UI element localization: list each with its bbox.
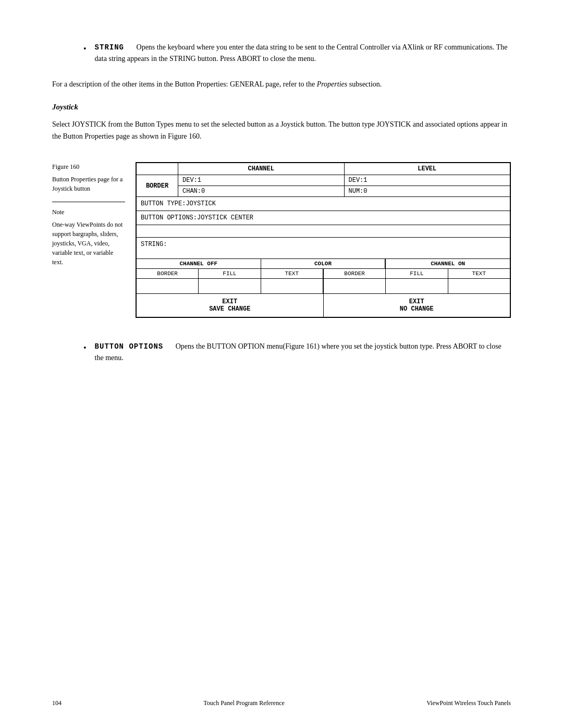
color-on-header: CHANNEL ON: [386, 259, 510, 268]
val-border-on: [324, 279, 386, 293]
string-row: STRING:: [137, 238, 510, 259]
exit-no-line2: NO CHANGE: [326, 305, 508, 313]
page-footer: 104 Touch Panel Program Reference ViewPo…: [52, 699, 511, 707]
color-sub-header-row: BORDER FILL TEXT BORDER FILL TEXT: [137, 269, 510, 279]
val-fill-on: [386, 279, 448, 293]
exit-save-cell[interactable]: EXIT SAVE CHANGE: [137, 294, 324, 317]
col-border-on: BORDER: [324, 269, 386, 278]
channel-dev-value: DEV:1: [178, 175, 344, 186]
figure-area: Figure 160 Button Properties page for a …: [52, 162, 511, 318]
ui-panel: CHANNEL LEVEL BORDER DEV:1 CHAN:0 DEV:1 …: [136, 162, 511, 318]
para-properties: For a description of the other items in …: [52, 79, 511, 90]
exit-no-line1: EXIT: [326, 298, 508, 305]
exit-row: EXIT SAVE CHANGE EXIT NO CHANGE: [137, 294, 510, 317]
level-num-value: NUM:0: [345, 186, 510, 196]
channel-dev-col: DEV:1 CHAN:0: [178, 175, 345, 196]
footer-center: Touch Panel Program Reference: [203, 699, 284, 707]
exit-no-cell[interactable]: EXIT NO CHANGE: [324, 294, 510, 317]
lower-bullet-section: • BUTTON OPTIONS Opens the BUTTON OPTION…: [83, 341, 511, 368]
exit-save-line1: EXIT: [139, 298, 321, 305]
bullet-content-options: BUTTON OPTIONS Opens the BUTTON OPTION m…: [95, 341, 511, 363]
note-label: Note: [52, 207, 125, 217]
channel-header: CHANNEL: [178, 163, 345, 175]
border-label: BORDER: [137, 175, 178, 196]
para1-start: For a description of the other items in …: [52, 80, 317, 88]
color-center-header: COLOR: [261, 259, 386, 268]
exit-save-line2: SAVE CHANGE: [139, 305, 321, 313]
color-off-header: CHANNEL OFF: [137, 259, 261, 268]
footer-right: ViewPoint Wireless Touch Panels: [426, 699, 511, 707]
spacer-row: [137, 225, 510, 238]
figure-sidebar: Figure 160 Button Properties page for a …: [52, 162, 136, 318]
channel-chan-value: CHAN:0: [178, 186, 344, 196]
bullet-content-string: STRING Opens the keyboard where you ente…: [95, 42, 511, 64]
dev-chan-row: BORDER DEV:1 CHAN:0 DEV:1 NUM:0: [137, 175, 510, 197]
bullet-section-string: • STRING Opens the keyboard where you en…: [83, 42, 511, 69]
figure-divider: [52, 202, 125, 202]
figure-caption: Button Properties page for a Joystick bu…: [52, 175, 125, 193]
border-spacer: [137, 163, 178, 175]
section-heading-joystick: Joystick: [52, 103, 511, 112]
para1-end: subsection.: [347, 80, 382, 88]
panel-header-row: CHANNEL LEVEL: [137, 163, 510, 175]
button-type-row: BUTTON TYPE:JOYSTICK: [137, 197, 510, 211]
col-text-on: TEXT: [448, 269, 510, 278]
string-text: Opens the keyboard where you enter the d…: [95, 43, 508, 63]
val-text-off: [261, 279, 324, 293]
para-joystick-desc: Select JOYSTICK from the Button Types me…: [52, 119, 511, 142]
color-value-row: [137, 279, 510, 294]
level-dev-col: DEV:1 NUM:0: [345, 175, 510, 196]
para1-italic: Properties: [317, 80, 348, 88]
col-fill-off: FILL: [199, 269, 261, 278]
val-text-on: [448, 279, 510, 293]
button-options-row: BUTTON OPTIONS:JOYSTICK CENTER: [137, 211, 510, 225]
col-fill-on: FILL: [386, 269, 448, 278]
color-header-row: CHANNEL OFF COLOR CHANNEL ON: [137, 259, 510, 269]
bullet-item-options: • BUTTON OPTIONS Opens the BUTTON OPTION…: [83, 341, 511, 363]
val-fill-off: [199, 279, 261, 293]
figure-label: Figure 160: [52, 162, 125, 171]
options-keyword: BUTTON OPTIONS: [95, 342, 164, 351]
bullet-dot-options: •: [83, 342, 87, 363]
note-text: One-way ViewPoints do not support bargra…: [52, 220, 125, 267]
col-text-off: TEXT: [261, 269, 324, 278]
footer-page-number: 104: [52, 699, 62, 707]
bullet-item-string: • STRING Opens the keyboard where you en…: [83, 42, 511, 64]
val-border-off: [137, 279, 199, 293]
string-keyword: STRING: [95, 43, 124, 52]
page: • STRING Opens the keyboard where you en…: [0, 0, 563, 728]
col-border-off: BORDER: [137, 269, 199, 278]
level-dev-value: DEV:1: [345, 175, 510, 186]
bullet-dot: •: [83, 43, 87, 64]
level-header: LEVEL: [345, 163, 510, 175]
